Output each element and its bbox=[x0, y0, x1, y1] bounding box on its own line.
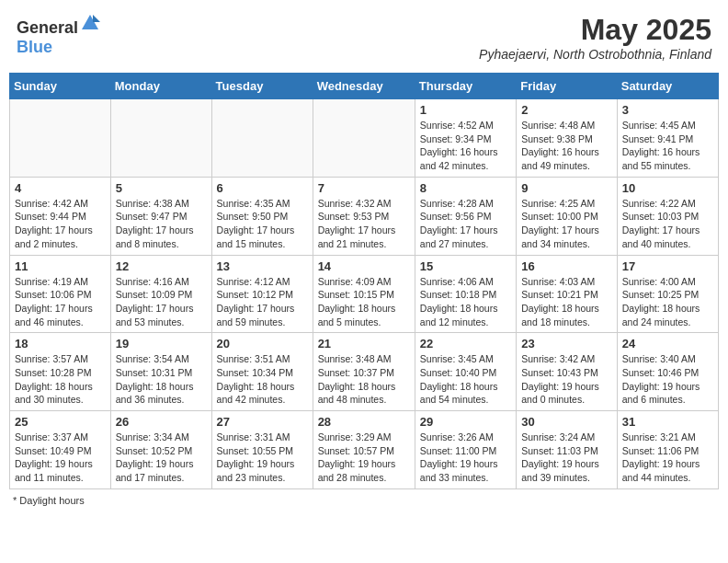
calendar-cell: 31Sunrise: 3:21 AM Sunset: 11:06 PM Dayl… bbox=[617, 411, 718, 489]
calendar-cell: 12Sunrise: 4:16 AM Sunset: 10:09 PM Dayl… bbox=[110, 255, 211, 333]
day-number: 25 bbox=[15, 415, 106, 429]
calendar-cell: 3Sunrise: 4:45 AM Sunset: 9:41 PM Daylig… bbox=[617, 99, 718, 178]
calendar-cell: 2Sunrise: 4:48 AM Sunset: 9:38 PM Daylig… bbox=[517, 99, 618, 178]
calendar-week-1: 1Sunrise: 4:52 AM Sunset: 9:34 PM Daylig… bbox=[10, 99, 719, 178]
calendar-week-5: 25Sunrise: 3:37 AM Sunset: 10:49 PM Dayl… bbox=[10, 411, 719, 489]
calendar-cell: 8Sunrise: 4:28 AM Sunset: 9:56 PM Daylig… bbox=[415, 177, 516, 255]
day-info: Sunrise: 3:34 AM Sunset: 10:52 PM Daylig… bbox=[116, 431, 207, 485]
column-header-friday: Friday bbox=[517, 74, 618, 99]
day-info: Sunrise: 4:09 AM Sunset: 10:15 PM Daylig… bbox=[318, 275, 410, 329]
day-info: Sunrise: 3:24 AM Sunset: 11:03 PM Daylig… bbox=[521, 431, 612, 485]
calendar-cell bbox=[211, 99, 313, 178]
day-info: Sunrise: 4:32 AM Sunset: 9:53 PM Dayligh… bbox=[318, 197, 410, 251]
day-info: Sunrise: 3:42 AM Sunset: 10:43 PM Daylig… bbox=[521, 352, 612, 407]
header: General Blue May 2025 Pyhaejaervi, North… bbox=[9, 9, 719, 65]
day-info: Sunrise: 4:48 AM Sunset: 9:38 PM Dayligh… bbox=[521, 119, 612, 173]
day-number: 17 bbox=[622, 259, 713, 273]
footer-note: * Daylight hours bbox=[9, 495, 719, 506]
day-number: 26 bbox=[116, 415, 207, 429]
svg-marker-1 bbox=[93, 15, 100, 22]
title-area: May 2025 Pyhaejaervi, North Ostrobothnia… bbox=[479, 13, 711, 62]
day-number: 27 bbox=[217, 415, 308, 429]
calendar-cell: 10Sunrise: 4:22 AM Sunset: 10:03 PM Dayl… bbox=[617, 177, 718, 255]
location-title: Pyhaejaervi, North Ostrobothnia, Finland bbox=[479, 47, 711, 62]
calendar: SundayMondayTuesdayWednesdayThursdayFrid… bbox=[9, 73, 719, 489]
calendar-cell: 24Sunrise: 3:40 AM Sunset: 10:46 PM Dayl… bbox=[617, 333, 718, 411]
day-number: 28 bbox=[318, 415, 410, 429]
calendar-cell: 9Sunrise: 4:25 AM Sunset: 10:00 PM Dayli… bbox=[517, 177, 618, 255]
day-number: 3 bbox=[622, 103, 713, 117]
column-header-sunday: Sunday bbox=[10, 74, 111, 99]
calendar-cell: 25Sunrise: 3:37 AM Sunset: 10:49 PM Dayl… bbox=[10, 411, 111, 489]
day-info: Sunrise: 4:35 AM Sunset: 9:50 PM Dayligh… bbox=[217, 197, 308, 251]
calendar-cell bbox=[10, 99, 111, 178]
day-number: 22 bbox=[420, 337, 511, 350]
day-number: 16 bbox=[521, 259, 612, 273]
calendar-cell: 21Sunrise: 3:48 AM Sunset: 10:37 PM Dayl… bbox=[313, 333, 415, 411]
calendar-header-row: SundayMondayTuesdayWednesdayThursdayFrid… bbox=[10, 74, 719, 99]
day-info: Sunrise: 3:45 AM Sunset: 10:40 PM Daylig… bbox=[420, 352, 511, 407]
day-number: 21 bbox=[318, 337, 410, 350]
logo: General Blue bbox=[17, 13, 100, 57]
calendar-cell: 27Sunrise: 3:31 AM Sunset: 10:55 PM Dayl… bbox=[211, 411, 313, 489]
day-info: Sunrise: 4:03 AM Sunset: 10:21 PM Daylig… bbox=[521, 275, 612, 329]
day-number: 2 bbox=[521, 103, 612, 117]
day-info: Sunrise: 4:06 AM Sunset: 10:18 PM Daylig… bbox=[420, 275, 511, 329]
day-number: 14 bbox=[318, 259, 410, 273]
calendar-cell: 14Sunrise: 4:09 AM Sunset: 10:15 PM Dayl… bbox=[313, 255, 415, 333]
day-number: 19 bbox=[116, 337, 207, 350]
day-info: Sunrise: 4:28 AM Sunset: 9:56 PM Dayligh… bbox=[420, 197, 511, 251]
day-info: Sunrise: 4:25 AM Sunset: 10:00 PM Daylig… bbox=[521, 197, 612, 251]
day-number: 11 bbox=[15, 259, 106, 273]
day-info: Sunrise: 3:31 AM Sunset: 10:55 PM Daylig… bbox=[217, 431, 308, 485]
day-info: Sunrise: 3:40 AM Sunset: 10:46 PM Daylig… bbox=[622, 352, 713, 407]
calendar-cell: 30Sunrise: 3:24 AM Sunset: 11:03 PM Dayl… bbox=[517, 411, 618, 489]
calendar-week-4: 18Sunrise: 3:57 AM Sunset: 10:28 PM Dayl… bbox=[10, 333, 719, 411]
day-info: Sunrise: 3:48 AM Sunset: 10:37 PM Daylig… bbox=[318, 352, 410, 407]
day-info: Sunrise: 4:19 AM Sunset: 10:06 PM Daylig… bbox=[15, 275, 106, 329]
calendar-cell: 7Sunrise: 4:32 AM Sunset: 9:53 PM Daylig… bbox=[313, 177, 415, 255]
footer-note-text: Daylight hours bbox=[19, 495, 84, 506]
logo-text-general: General bbox=[17, 18, 78, 37]
day-number: 1 bbox=[420, 103, 511, 117]
day-number: 31 bbox=[622, 415, 713, 429]
calendar-cell: 28Sunrise: 3:29 AM Sunset: 10:57 PM Dayl… bbox=[313, 411, 415, 489]
day-number: 12 bbox=[116, 259, 207, 273]
day-info: Sunrise: 3:29 AM Sunset: 10:57 PM Daylig… bbox=[318, 431, 410, 485]
logo-icon bbox=[80, 13, 100, 33]
column-header-tuesday: Tuesday bbox=[211, 74, 313, 99]
day-info: Sunrise: 4:12 AM Sunset: 10:12 PM Daylig… bbox=[217, 275, 308, 329]
calendar-cell: 13Sunrise: 4:12 AM Sunset: 10:12 PM Dayl… bbox=[211, 255, 313, 333]
day-number: 30 bbox=[521, 415, 612, 429]
day-number: 8 bbox=[420, 181, 511, 195]
column-header-monday: Monday bbox=[110, 74, 211, 99]
month-title: May 2025 bbox=[479, 13, 711, 47]
calendar-cell: 26Sunrise: 3:34 AM Sunset: 10:52 PM Dayl… bbox=[110, 411, 211, 489]
day-info: Sunrise: 4:38 AM Sunset: 9:47 PM Dayligh… bbox=[116, 197, 207, 251]
column-header-saturday: Saturday bbox=[617, 74, 718, 99]
day-info: Sunrise: 4:52 AM Sunset: 9:34 PM Dayligh… bbox=[420, 119, 511, 173]
day-info: Sunrise: 4:16 AM Sunset: 10:09 PM Daylig… bbox=[116, 275, 207, 329]
calendar-cell: 22Sunrise: 3:45 AM Sunset: 10:40 PM Dayl… bbox=[415, 333, 516, 411]
calendar-cell: 17Sunrise: 4:00 AM Sunset: 10:25 PM Dayl… bbox=[617, 255, 718, 333]
calendar-week-2: 4Sunrise: 4:42 AM Sunset: 9:44 PM Daylig… bbox=[10, 177, 719, 255]
calendar-cell: 15Sunrise: 4:06 AM Sunset: 10:18 PM Dayl… bbox=[415, 255, 516, 333]
day-number: 7 bbox=[318, 181, 410, 195]
day-number: 18 bbox=[15, 337, 106, 350]
column-header-thursday: Thursday bbox=[415, 74, 516, 99]
day-number: 9 bbox=[521, 181, 612, 195]
day-info: Sunrise: 3:54 AM Sunset: 10:31 PM Daylig… bbox=[116, 352, 207, 407]
calendar-cell: 11Sunrise: 4:19 AM Sunset: 10:06 PM Dayl… bbox=[10, 255, 111, 333]
logo-text-blue: Blue bbox=[17, 38, 52, 56]
day-number: 29 bbox=[420, 415, 511, 429]
calendar-cell bbox=[110, 99, 211, 178]
calendar-cell: 18Sunrise: 3:57 AM Sunset: 10:28 PM Dayl… bbox=[10, 333, 111, 411]
calendar-cell: 19Sunrise: 3:54 AM Sunset: 10:31 PM Dayl… bbox=[110, 333, 211, 411]
day-number: 20 bbox=[217, 337, 308, 350]
day-info: Sunrise: 4:22 AM Sunset: 10:03 PM Daylig… bbox=[622, 197, 713, 251]
day-info: Sunrise: 4:42 AM Sunset: 9:44 PM Dayligh… bbox=[15, 197, 106, 251]
calendar-cell: 6Sunrise: 4:35 AM Sunset: 9:50 PM Daylig… bbox=[211, 177, 313, 255]
day-info: Sunrise: 4:00 AM Sunset: 10:25 PM Daylig… bbox=[622, 275, 713, 329]
day-info: Sunrise: 4:45 AM Sunset: 9:41 PM Dayligh… bbox=[622, 119, 713, 173]
day-number: 4 bbox=[15, 181, 106, 195]
